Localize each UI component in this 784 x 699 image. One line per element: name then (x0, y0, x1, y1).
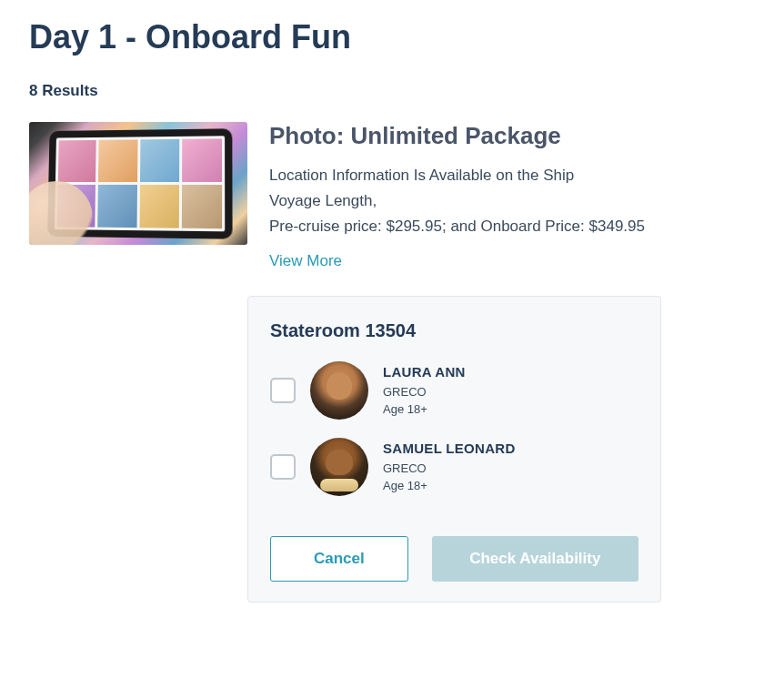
cancel-button[interactable]: Cancel (270, 536, 408, 582)
guest-checkbox[interactable] (270, 454, 296, 480)
product-image (29, 122, 247, 245)
check-availability-button[interactable]: Check Availability (432, 536, 638, 582)
product-title: Photo: Unlimited Package (269, 122, 755, 150)
avatar (310, 438, 368, 496)
guest-age: Age 18+ (383, 478, 516, 494)
product-price: Pre-cruise price: $295.95; and Onboard P… (269, 214, 755, 239)
guest-last-name: GRECO (383, 384, 466, 400)
product-card: Photo: Unlimited Package Location Inform… (29, 122, 755, 270)
guest-info: SAMUEL LEONARD GRECO Age 18+ (383, 440, 516, 493)
guest-first-name: SAMUEL LEONARD (383, 440, 516, 458)
guest-row: SAMUEL LEONARD GRECO Age 18+ (270, 438, 638, 496)
guest-row: LAURA ANN GRECO Age 18+ (270, 361, 638, 420)
product-voyage: Voyage Length, (269, 188, 755, 214)
results-count: 8 Results (29, 82, 755, 100)
guest-info: LAURA ANN GRECO Age 18+ (383, 363, 466, 417)
product-location: Location Information Is Available on the… (269, 163, 755, 188)
guest-first-name: LAURA ANN (383, 363, 466, 381)
page-title: Day 1 - Onboard Fun (29, 18, 755, 56)
product-content: Photo: Unlimited Package Location Inform… (269, 122, 755, 270)
stateroom-label: Stateroom 13504 (270, 320, 638, 341)
guest-age: Age 18+ (383, 401, 466, 418)
button-row: Cancel Check Availability (270, 536, 638, 582)
guest-last-name: GRECO (383, 461, 516, 477)
view-more-link[interactable]: View More (269, 252, 342, 270)
guest-selection-panel: Stateroom 13504 LAURA ANN GRECO Age 18+ … (247, 296, 661, 603)
avatar (310, 361, 368, 420)
guest-checkbox[interactable] (270, 378, 296, 403)
